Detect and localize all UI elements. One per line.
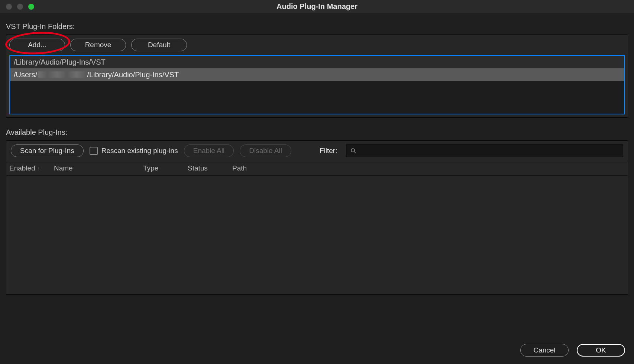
disable-all-button[interactable]: Disable All [240,144,291,157]
plugins-table-body[interactable] [6,175,628,294]
traffic-lights [0,4,34,10]
default-folder-button[interactable]: Default [131,39,187,51]
remove-folder-button[interactable]: Remove [70,39,126,51]
column-type[interactable]: Type [143,164,188,172]
add-folder-button[interactable]: Add... [9,39,65,51]
dialog-footer: Cancel OK [520,344,625,357]
rescan-existing-label: Rescan existing plug-ins [101,147,178,155]
column-name[interactable]: Name [54,164,143,172]
rescan-existing-checkbox[interactable]: Rescan existing plug-ins [90,147,178,155]
svg-point-0 [351,149,355,152]
redacted-username [38,71,86,78]
vst-folders-toolbar: Add... Remove Default [6,35,628,55]
filter-label: Filter: [320,147,337,155]
cancel-button[interactable]: Cancel [520,344,569,357]
column-enabled[interactable]: Enabled ↑ [9,164,54,172]
titlebar: Audio Plug-In Manager [0,0,634,13]
plugins-table-header: Enabled ↑ Name Type Status Path [6,161,628,175]
window-close-button[interactable] [6,4,12,10]
vst-folders-list[interactable]: /Library/Audio/Plug-Ins/VST /Users/ /Lib… [9,55,625,114]
folder-path: /Library/Audio/Plug-Ins/VST [14,58,106,66]
folder-path-suffix: /Library/Audio/Plug-Ins/VST [87,71,179,79]
ok-button[interactable]: OK [577,344,625,357]
vst-folders-panel: Add... Remove Default /Library/Audio/Plu… [6,35,628,118]
available-plugins-label: Available Plug-Ins: [6,128,628,137]
column-status[interactable]: Status [188,164,232,172]
column-path[interactable]: Path [232,164,625,172]
list-item[interactable]: /Users/ /Library/Audio/Plug-Ins/VST [10,68,624,81]
filter-input[interactable] [360,147,619,155]
list-item[interactable]: /Library/Audio/Plug-Ins/VST [10,56,624,68]
filter-input-container[interactable] [346,144,623,157]
window-zoom-button[interactable] [28,4,34,10]
checkbox-icon [90,147,98,155]
window-minimize-button[interactable] [17,4,23,10]
svg-line-1 [354,152,356,153]
search-icon [350,147,357,154]
window-title: Audio Plug-In Manager [0,2,634,11]
vst-folders-label: VST Plug-In Folders: [6,22,628,31]
available-plugins-panel: Scan for Plug-Ins Rescan existing plug-i… [6,140,628,295]
plugins-toolbar: Scan for Plug-Ins Rescan existing plug-i… [6,141,628,161]
sort-asc-icon: ↑ [38,165,41,172]
folder-path-prefix: /Users/ [14,71,37,79]
scan-plugins-button[interactable]: Scan for Plug-Ins [11,144,84,157]
enable-all-button[interactable]: Enable All [184,144,234,157]
